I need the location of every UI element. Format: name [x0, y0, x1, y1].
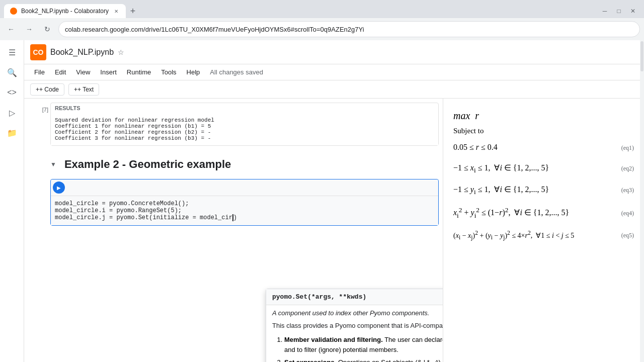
sidebar-search-icon[interactable]: 🔍: [4, 64, 20, 80]
eq1-content: 0.05 ≤ r ≤ 0.4: [453, 140, 605, 155]
plus-icon: +: [36, 86, 39, 93]
menu-edit[interactable]: Edit: [51, 67, 70, 77]
main-layout: ☰ 🔍 <> ▷ 📁 CO Book2_NLP.ipynb ☆ File Edi…: [0, 40, 644, 362]
output-line-2: Coefficient 1 for nonlinear regression (…: [55, 123, 434, 129]
tooltip-list: Member validation and filtering. The use…: [284, 335, 443, 363]
eq4-content: xi2 + yi2 ≤ (1−r)2, ∀i ∈ {1, 2,..., 5}: [453, 204, 605, 222]
math-objective: max r: [453, 107, 634, 125]
active-tab[interactable]: Book2_NLP.ipynb - Colaboratory ✕: [4, 4, 126, 18]
cell-7: [7] RESULTS Squared deviation for nonlin…: [24, 103, 443, 146]
math-panel: max r Subject to 0.05 ≤ r ≤ 0.4 (eq1) −1…: [443, 99, 644, 362]
eq3-label: (eq3): [609, 185, 634, 196]
back-button[interactable]: ←: [4, 22, 18, 36]
code-line-1: model_circle = pyomo.ConcreteModel();: [55, 200, 434, 207]
equation-3: −1 ≤ yi ≤ 1, ∀i ∈ {1, 2,..., 5} (eq3): [453, 183, 634, 198]
colab-main: [7] RESULTS Squared deviation for nonlin…: [24, 99, 644, 362]
tab-close-icon[interactable]: ✕: [113, 8, 120, 15]
math-panel-scrollbar[interactable]: [640, 99, 644, 362]
forward-button[interactable]: →: [22, 22, 36, 36]
plus-icon-text: +: [74, 86, 77, 93]
star-icon[interactable]: ☆: [118, 48, 124, 56]
tooltip-desc: This class provides a Pyomo component th…: [272, 321, 443, 331]
math-subject-to: Subject to: [453, 127, 634, 135]
output-line-4: Coefficient 3 for nonlinear regression (…: [55, 135, 434, 141]
close-button[interactable]: ✕: [626, 4, 640, 18]
cell-7-content[interactable]: RESULTS Squared deviation for nonlinear …: [50, 103, 439, 146]
sidebar-run-icon[interactable]: ▷: [4, 105, 20, 121]
colab-sidebar: ☰ 🔍 <> ▷ 📁: [0, 40, 24, 362]
menu-help[interactable]: Help: [183, 67, 204, 77]
eq2-content: −1 ≤ xi ≤ 1, ∀i ∈ {1, 2,..., 5}: [453, 161, 605, 176]
notebook-title[interactable]: Book2_NLP.ipynb: [50, 48, 114, 57]
tab-title: Book2_NLP.ipynb - Colaboratory: [21, 8, 109, 15]
tooltip-popup: ↑ ↓ 🔗 ▭ ⚙ ↗ 🗑 ⋯ pyomo.Set(*args, **kwds)…: [266, 289, 443, 362]
menu-bar: File Edit View Insert Runtime Tools Help…: [24, 64, 644, 80]
minimize-button[interactable]: ─: [598, 4, 612, 18]
save-status: All changes saved: [210, 68, 263, 76]
cell-7-output: Squared deviation for nonlinear regressi…: [51, 113, 438, 145]
cell-7-number: [7]: [28, 103, 48, 146]
tooltip-body: A component used to index other Pyomo co…: [266, 305, 443, 362]
menu-file[interactable]: File: [30, 67, 49, 77]
code-cell-content[interactable]: ▶ model_circle = pyomo.ConcreteModel(); …: [50, 179, 439, 226]
menu-view[interactable]: View: [72, 67, 94, 77]
add-text-button[interactable]: + + Text: [68, 83, 99, 96]
refresh-button[interactable]: ↻: [40, 22, 54, 36]
eq3-content: −1 ≤ yi ≤ 1, ∀i ∈ {1, 2,..., 5}: [453, 183, 605, 198]
tab-favicon: [10, 8, 17, 15]
results-label: RESULTS: [51, 103, 438, 113]
colab-header: CO Book2_NLP.ipynb ☆: [24, 40, 644, 64]
url-text: colab.research.google.com/drive/1Lc06TU_…: [65, 26, 364, 33]
code-cell-actions: ▶: [51, 179, 438, 196]
code-line-3: model_circle.j = pyomo.Set(initialize = …: [55, 214, 434, 221]
eq2-label: (eq2): [609, 163, 634, 174]
tooltip-title: A component used to index other Pyomo co…: [272, 309, 443, 317]
math-max-label: max r: [453, 107, 479, 125]
eq1-label: (eq1): [609, 143, 634, 154]
tooltip-list-item-1: Member validation and filtering. The use…: [284, 335, 443, 356]
output-line-3: Coefficient 2 for nonlinear regression (…: [55, 129, 434, 135]
run-button[interactable]: ▶: [53, 182, 65, 194]
code-cell: ▶ model_circle = pyomo.ConcreteModel(); …: [24, 179, 443, 226]
output-line-1: Squared deviation for nonlinear regressi…: [55, 117, 434, 123]
eq5-label: (eq5): [609, 230, 634, 241]
notebook-area: [7] RESULTS Squared deviation for nonlin…: [24, 99, 443, 362]
eq5-content: (xi − xj)2 + (yi − yj)2 ≤ 4×r2, ∀1 ≤ i <…: [453, 228, 605, 243]
tooltip-header: pyomo.Set(*args, **kwds): [266, 289, 443, 305]
add-code-button[interactable]: + + Code: [30, 83, 64, 96]
code-cell-body: model_circle = pyomo.ConcreteModel(); mo…: [51, 196, 438, 225]
equation-2: −1 ≤ xi ≤ 1, ∀i ∈ {1, 2,..., 5} (eq2): [453, 161, 634, 176]
sidebar-files-icon[interactable]: 📁: [4, 125, 20, 141]
colab-logo: CO: [30, 44, 46, 60]
new-tab-button[interactable]: +: [126, 4, 140, 18]
tab-bar: Book2_NLP.ipynb - Colaboratory ✕ + ─ □ ✕: [0, 0, 644, 18]
equation-5: (xi − xj)2 + (yi − yj)2 ≤ 4×r2, ∀1 ≤ i <…: [453, 228, 634, 243]
equation-4: xi2 + yi2 ≤ (1−r)2, ∀i ∈ {1, 2,..., 5} (…: [453, 204, 634, 222]
colab-content: CO Book2_NLP.ipynb ☆ File Edit View Inse…: [24, 40, 644, 362]
code-cell-spacer: [28, 179, 48, 226]
section-title: Example 2 - Geometric example: [60, 152, 235, 177]
browser-controls: ← → ↻ colab.research.google.com/drive/1L…: [0, 18, 644, 40]
menu-insert[interactable]: Insert: [96, 67, 121, 77]
sidebar-menu-icon[interactable]: ☰: [4, 44, 20, 60]
eq4-label: (eq4): [609, 208, 634, 219]
menu-runtime[interactable]: Runtime: [123, 67, 155, 77]
address-bar[interactable]: colab.research.google.com/drive/1Lc06TU_…: [58, 21, 640, 37]
window-controls: ─ □ ✕: [598, 4, 640, 18]
collapse-icon[interactable]: ▼: [50, 161, 56, 168]
maximize-button[interactable]: □: [612, 4, 626, 18]
section-heading-row: ▼ Example 2 - Geometric example: [24, 148, 443, 179]
browser-chrome: Book2_NLP.ipynb - Colaboratory ✕ + ─ □ ✕…: [0, 0, 644, 40]
sidebar-code-icon[interactable]: <>: [4, 84, 20, 101]
notebook-toolbar: + + Code + + Text: [24, 80, 644, 99]
menu-tools[interactable]: Tools: [157, 67, 180, 77]
code-line-2: model_circle.i = pyomo.RangeSet(5);: [55, 207, 434, 214]
equation-1: 0.05 ≤ r ≤ 0.4 (eq1): [453, 140, 634, 155]
tooltip-list-item-2: Set expressions. Operations on Set objec…: [284, 357, 443, 362]
